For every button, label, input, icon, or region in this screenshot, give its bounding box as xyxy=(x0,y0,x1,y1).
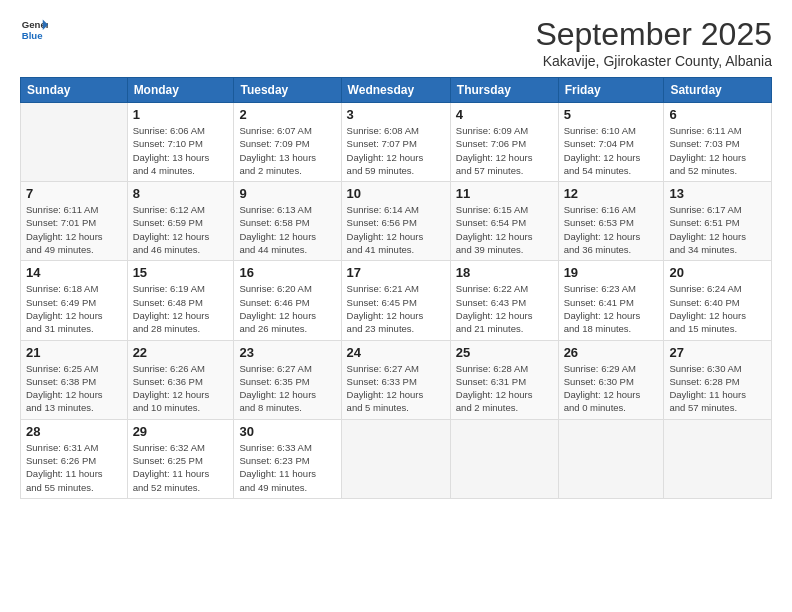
day-info: Sunrise: 6:27 AM Sunset: 6:33 PM Dayligh… xyxy=(347,362,445,415)
calendar-cell: 6Sunrise: 6:11 AM Sunset: 7:03 PM Daylig… xyxy=(664,103,772,182)
calendar-cell: 18Sunrise: 6:22 AM Sunset: 6:43 PM Dayli… xyxy=(450,261,558,340)
calendar-cell: 11Sunrise: 6:15 AM Sunset: 6:54 PM Dayli… xyxy=(450,182,558,261)
calendar-cell: 26Sunrise: 6:29 AM Sunset: 6:30 PM Dayli… xyxy=(558,340,664,419)
day-number: 13 xyxy=(669,186,766,201)
calendar-cell: 19Sunrise: 6:23 AM Sunset: 6:41 PM Dayli… xyxy=(558,261,664,340)
calendar-cell: 30Sunrise: 6:33 AM Sunset: 6:23 PM Dayli… xyxy=(234,419,341,498)
day-number: 26 xyxy=(564,345,659,360)
calendar-cell: 24Sunrise: 6:27 AM Sunset: 6:33 PM Dayli… xyxy=(341,340,450,419)
calendar-cell: 7Sunrise: 6:11 AM Sunset: 7:01 PM Daylig… xyxy=(21,182,128,261)
calendar-cell: 10Sunrise: 6:14 AM Sunset: 6:56 PM Dayli… xyxy=(341,182,450,261)
day-number: 19 xyxy=(564,265,659,280)
header: General Blue September 2025 Kakavije, Gj… xyxy=(20,16,772,69)
day-info: Sunrise: 6:23 AM Sunset: 6:41 PM Dayligh… xyxy=(564,282,659,335)
calendar-cell: 25Sunrise: 6:28 AM Sunset: 6:31 PM Dayli… xyxy=(450,340,558,419)
month-title: September 2025 xyxy=(535,16,772,53)
calendar-cell: 5Sunrise: 6:10 AM Sunset: 7:04 PM Daylig… xyxy=(558,103,664,182)
day-info: Sunrise: 6:26 AM Sunset: 6:36 PM Dayligh… xyxy=(133,362,229,415)
day-info: Sunrise: 6:32 AM Sunset: 6:25 PM Dayligh… xyxy=(133,441,229,494)
calendar-cell: 12Sunrise: 6:16 AM Sunset: 6:53 PM Dayli… xyxy=(558,182,664,261)
day-number: 23 xyxy=(239,345,335,360)
day-number: 1 xyxy=(133,107,229,122)
calendar-week-row: 1Sunrise: 6:06 AM Sunset: 7:10 PM Daylig… xyxy=(21,103,772,182)
header-row: SundayMondayTuesdayWednesdayThursdayFrid… xyxy=(21,78,772,103)
calendar-cell xyxy=(21,103,128,182)
day-info: Sunrise: 6:24 AM Sunset: 6:40 PM Dayligh… xyxy=(669,282,766,335)
day-number: 6 xyxy=(669,107,766,122)
calendar-cell: 2Sunrise: 6:07 AM Sunset: 7:09 PM Daylig… xyxy=(234,103,341,182)
svg-text:Blue: Blue xyxy=(22,30,43,41)
logo-icon: General Blue xyxy=(20,16,48,44)
day-info: Sunrise: 6:09 AM Sunset: 7:06 PM Dayligh… xyxy=(456,124,553,177)
day-number: 14 xyxy=(26,265,122,280)
day-info: Sunrise: 6:06 AM Sunset: 7:10 PM Dayligh… xyxy=(133,124,229,177)
calendar-cell: 8Sunrise: 6:12 AM Sunset: 6:59 PM Daylig… xyxy=(127,182,234,261)
day-info: Sunrise: 6:30 AM Sunset: 6:28 PM Dayligh… xyxy=(669,362,766,415)
calendar-cell: 17Sunrise: 6:21 AM Sunset: 6:45 PM Dayli… xyxy=(341,261,450,340)
day-number: 30 xyxy=(239,424,335,439)
day-number: 5 xyxy=(564,107,659,122)
day-info: Sunrise: 6:20 AM Sunset: 6:46 PM Dayligh… xyxy=(239,282,335,335)
calendar-table: SundayMondayTuesdayWednesdayThursdayFrid… xyxy=(20,77,772,499)
day-of-week-header: Monday xyxy=(127,78,234,103)
calendar-cell: 29Sunrise: 6:32 AM Sunset: 6:25 PM Dayli… xyxy=(127,419,234,498)
day-of-week-header: Thursday xyxy=(450,78,558,103)
day-info: Sunrise: 6:12 AM Sunset: 6:59 PM Dayligh… xyxy=(133,203,229,256)
day-info: Sunrise: 6:14 AM Sunset: 6:56 PM Dayligh… xyxy=(347,203,445,256)
calendar-cell xyxy=(341,419,450,498)
day-info: Sunrise: 6:25 AM Sunset: 6:38 PM Dayligh… xyxy=(26,362,122,415)
calendar-week-row: 21Sunrise: 6:25 AM Sunset: 6:38 PM Dayli… xyxy=(21,340,772,419)
day-info: Sunrise: 6:21 AM Sunset: 6:45 PM Dayligh… xyxy=(347,282,445,335)
calendar-week-row: 14Sunrise: 6:18 AM Sunset: 6:49 PM Dayli… xyxy=(21,261,772,340)
day-info: Sunrise: 6:08 AM Sunset: 7:07 PM Dayligh… xyxy=(347,124,445,177)
day-number: 21 xyxy=(26,345,122,360)
day-of-week-header: Sunday xyxy=(21,78,128,103)
day-number: 11 xyxy=(456,186,553,201)
day-info: Sunrise: 6:31 AM Sunset: 6:26 PM Dayligh… xyxy=(26,441,122,494)
day-number: 15 xyxy=(133,265,229,280)
calendar-cell: 4Sunrise: 6:09 AM Sunset: 7:06 PM Daylig… xyxy=(450,103,558,182)
day-of-week-header: Wednesday xyxy=(341,78,450,103)
calendar-week-row: 7Sunrise: 6:11 AM Sunset: 7:01 PM Daylig… xyxy=(21,182,772,261)
calendar-cell: 1Sunrise: 6:06 AM Sunset: 7:10 PM Daylig… xyxy=(127,103,234,182)
day-number: 28 xyxy=(26,424,122,439)
day-number: 25 xyxy=(456,345,553,360)
day-number: 29 xyxy=(133,424,229,439)
calendar-cell: 21Sunrise: 6:25 AM Sunset: 6:38 PM Dayli… xyxy=(21,340,128,419)
day-info: Sunrise: 6:07 AM Sunset: 7:09 PM Dayligh… xyxy=(239,124,335,177)
calendar-cell: 13Sunrise: 6:17 AM Sunset: 6:51 PM Dayli… xyxy=(664,182,772,261)
day-number: 7 xyxy=(26,186,122,201)
day-info: Sunrise: 6:10 AM Sunset: 7:04 PM Dayligh… xyxy=(564,124,659,177)
day-number: 3 xyxy=(347,107,445,122)
day-number: 17 xyxy=(347,265,445,280)
calendar-cell xyxy=(664,419,772,498)
location-subtitle: Kakavije, Gjirokaster County, Albania xyxy=(535,53,772,69)
title-area: September 2025 Kakavije, Gjirokaster Cou… xyxy=(535,16,772,69)
day-info: Sunrise: 6:27 AM Sunset: 6:35 PM Dayligh… xyxy=(239,362,335,415)
day-of-week-header: Saturday xyxy=(664,78,772,103)
day-number: 12 xyxy=(564,186,659,201)
calendar-cell: 20Sunrise: 6:24 AM Sunset: 6:40 PM Dayli… xyxy=(664,261,772,340)
day-info: Sunrise: 6:15 AM Sunset: 6:54 PM Dayligh… xyxy=(456,203,553,256)
calendar-cell xyxy=(558,419,664,498)
day-number: 9 xyxy=(239,186,335,201)
day-info: Sunrise: 6:28 AM Sunset: 6:31 PM Dayligh… xyxy=(456,362,553,415)
day-of-week-header: Friday xyxy=(558,78,664,103)
day-number: 22 xyxy=(133,345,229,360)
day-info: Sunrise: 6:22 AM Sunset: 6:43 PM Dayligh… xyxy=(456,282,553,335)
day-number: 18 xyxy=(456,265,553,280)
calendar-cell xyxy=(450,419,558,498)
day-info: Sunrise: 6:19 AM Sunset: 6:48 PM Dayligh… xyxy=(133,282,229,335)
day-number: 16 xyxy=(239,265,335,280)
day-info: Sunrise: 6:18 AM Sunset: 6:49 PM Dayligh… xyxy=(26,282,122,335)
day-info: Sunrise: 6:13 AM Sunset: 6:58 PM Dayligh… xyxy=(239,203,335,256)
day-number: 8 xyxy=(133,186,229,201)
day-info: Sunrise: 6:16 AM Sunset: 6:53 PM Dayligh… xyxy=(564,203,659,256)
calendar-cell: 3Sunrise: 6:08 AM Sunset: 7:07 PM Daylig… xyxy=(341,103,450,182)
day-info: Sunrise: 6:29 AM Sunset: 6:30 PM Dayligh… xyxy=(564,362,659,415)
logo: General Blue xyxy=(20,16,48,44)
calendar-body: 1Sunrise: 6:06 AM Sunset: 7:10 PM Daylig… xyxy=(21,103,772,499)
calendar-week-row: 28Sunrise: 6:31 AM Sunset: 6:26 PM Dayli… xyxy=(21,419,772,498)
day-info: Sunrise: 6:17 AM Sunset: 6:51 PM Dayligh… xyxy=(669,203,766,256)
day-number: 2 xyxy=(239,107,335,122)
